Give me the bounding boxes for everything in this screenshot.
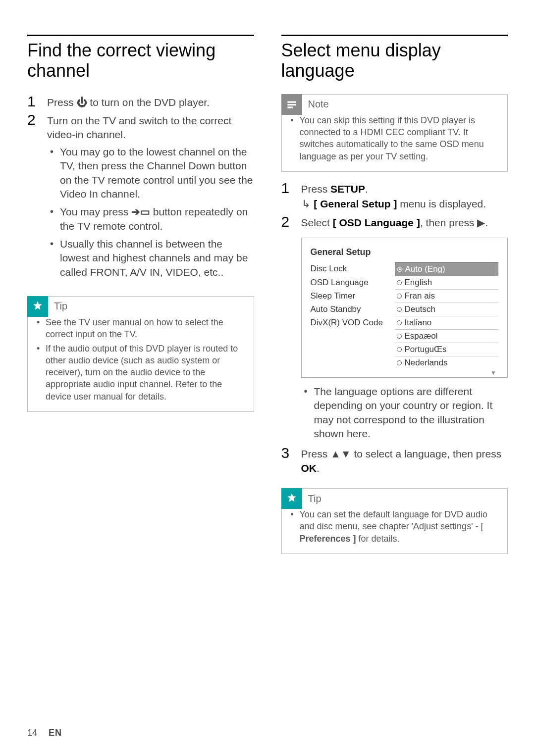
- menu-left-item: Auto Standby: [311, 303, 395, 316]
- radio-icon: [397, 280, 402, 285]
- page-footer: 14 EN: [27, 728, 62, 738]
- section-rule: [281, 35, 508, 36]
- lang-note-list: The language options are different depen…: [301, 385, 508, 441]
- page-columns: Find the correct viewing channel 1 Press…: [27, 35, 508, 554]
- tip-item: If the audio output of this DVD player i…: [35, 343, 247, 403]
- up-down-triangle-icon: ▲▼: [330, 448, 351, 459]
- right-step-2: 2 Select [ OSD Language ], then press ▶.: [281, 214, 508, 230]
- text: for details.: [356, 534, 400, 544]
- text: menu is displayed.: [397, 198, 486, 209]
- menu-left-item: DivX(R) VOD Code: [311, 316, 395, 330]
- step2-bullets: You may go to the lowest channel on the …: [47, 145, 254, 279]
- note-list: You can skip this setting if this DVD pl…: [289, 114, 501, 162]
- text: .: [485, 217, 488, 228]
- scroll-down-icon: ▼: [311, 369, 499, 374]
- left-step-1: 1 Press ⏻ to turn on the DVD player.: [27, 94, 254, 109]
- menu-option: Nederlands: [395, 356, 499, 369]
- menu-left-empty: [311, 330, 395, 343]
- step-body: Press SETUP. ↳ [ General Setup ] menu is…: [301, 181, 508, 211]
- step-number: 3: [281, 446, 301, 460]
- right-step-3: 3 Press ▲▼ to select a language, then pr…: [281, 446, 508, 475]
- note-item: You can skip this setting if this DVD pl…: [289, 114, 501, 162]
- source-icon: ➔▭: [131, 206, 150, 217]
- step-number: 2: [281, 214, 301, 229]
- step-number: 2: [27, 112, 47, 127]
- right-tip-box: Tip You can set the default language for…: [281, 488, 508, 554]
- step-body: Press ⏻ to turn on the DVD player.: [47, 94, 254, 109]
- callout-title: Tip: [308, 493, 321, 504]
- right-step-1: 1 Press SETUP. ↳ [ General Setup ] menu …: [281, 181, 508, 211]
- callout-header: Note: [281, 94, 329, 115]
- left-heading: Find the correct viewing channel: [27, 40, 254, 81]
- menu-option-label: Nederlands: [405, 358, 448, 368]
- text: Turn on the TV and switch to the correct…: [47, 115, 231, 140]
- text: Select: [301, 217, 333, 228]
- menu-option: Italiano: [395, 316, 499, 330]
- text: to select a language, then press: [351, 448, 502, 459]
- text: Press: [47, 97, 77, 108]
- text: Press: [301, 448, 331, 459]
- section-rule: [27, 35, 254, 36]
- menu-screenshot: General Setup Disc LockAuto (Eng) OSD La…: [301, 238, 508, 378]
- svg-rect-2: [287, 106, 293, 108]
- radio-icon: [397, 320, 402, 325]
- lang-note: The language options are different depen…: [301, 385, 508, 441]
- step-number: 1: [281, 181, 301, 196]
- step-body: Select [ OSD Language ], then press ▶.: [301, 214, 508, 230]
- menu-left-item: OSD Language: [311, 276, 395, 290]
- result-arrow-icon: ↳: [301, 197, 311, 211]
- menu-option-label: English: [405, 278, 432, 288]
- text: Press: [301, 183, 331, 195]
- tip-item: See the TV user manual on how to select …: [35, 316, 247, 341]
- menu-option-label: Italiano: [405, 318, 432, 328]
- step-body: Turn on the TV and switch to the correct…: [47, 112, 254, 283]
- bullet: You may go to the lowest channel on the …: [47, 145, 254, 201]
- page-number: 14: [27, 728, 37, 738]
- left-column: Find the correct viewing channel 1 Press…: [27, 35, 254, 554]
- bullet: You may press ➔▭ button repeatedly on th…: [47, 205, 254, 233]
- callout-header: Tip: [27, 296, 67, 317]
- right-heading: Select menu display language: [281, 40, 508, 81]
- note-box: Note You can skip this setting if this D…: [281, 94, 508, 172]
- menu-option: PortuguŒs: [395, 343, 499, 356]
- menu-left-item: Disc Lock: [311, 262, 395, 276]
- radio-filled-icon: [397, 267, 402, 272]
- menu-option-selected: Auto (Eng): [395, 262, 499, 276]
- note-icon: [281, 94, 302, 115]
- tip-item: You can set the default language for DVD…: [289, 508, 501, 545]
- page-language: EN: [49, 728, 62, 738]
- tip-icon: [281, 488, 302, 509]
- step-number: 1: [27, 94, 47, 109]
- callout-header: Tip: [281, 488, 321, 509]
- radio-icon: [397, 360, 402, 365]
- radio-icon: [397, 294, 402, 299]
- menu-option: English: [395, 276, 499, 290]
- menu-left-item: Sleep Timer: [311, 290, 395, 303]
- callout-title: Note: [308, 99, 329, 110]
- menu-option-label: Auto (Eng): [405, 264, 445, 274]
- menu-option: Fran ais: [395, 290, 499, 303]
- setup-label: SETUP: [330, 183, 365, 195]
- right-triangle-icon: ▶: [477, 217, 485, 228]
- svg-rect-0: [287, 101, 296, 102]
- svg-rect-1: [287, 104, 296, 105]
- tip-list: See the TV user manual on how to select …: [35, 316, 247, 403]
- radio-icon: [397, 347, 402, 352]
- menu-option-label: Deutsch: [405, 304, 435, 314]
- result-line: ↳ [ General Setup ] menu is displayed.: [301, 197, 508, 211]
- menu-left-empty: [311, 356, 395, 369]
- right-column: Select menu display language Note You ca…: [281, 35, 508, 554]
- menu-left-empty: [311, 343, 395, 356]
- text: .: [317, 462, 320, 474]
- tip-icon: [27, 296, 48, 317]
- radio-icon: [397, 307, 402, 312]
- menu-option-label: PortuguŒs: [405, 345, 447, 354]
- osd-language-label: [ OSD Language ]: [333, 217, 420, 228]
- bullet: Usually this channel is between the lowe…: [47, 237, 254, 279]
- text: , then press: [420, 217, 478, 228]
- menu-option-label: Fran ais: [405, 291, 435, 301]
- tip-list: You can set the default language for DVD…: [289, 508, 501, 545]
- ok-label: OK: [301, 462, 317, 474]
- radio-icon: [397, 334, 402, 339]
- text: to turn on the DVD player.: [90, 97, 210, 108]
